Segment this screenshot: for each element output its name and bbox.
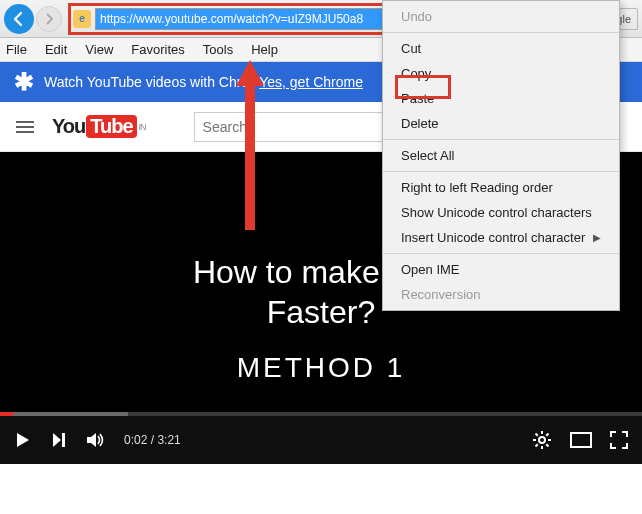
ctx-delete[interactable]: Delete	[383, 111, 619, 136]
promo-text: Watch YouTube videos with Chro	[44, 74, 249, 90]
svg-marker-0	[17, 433, 29, 447]
annotation-url-highlight: e	[68, 3, 430, 35]
menu-favorites[interactable]: Favorites	[131, 42, 184, 57]
svg-point-4	[539, 437, 545, 443]
context-menu: Undo Cut Copy Paste Delete Select All Ri…	[382, 0, 620, 311]
fullscreen-button[interactable]	[610, 431, 628, 449]
asterisk-icon: ✱	[14, 68, 34, 96]
menu-file[interactable]: File	[6, 42, 27, 57]
site-icon: e	[73, 10, 91, 28]
video-subtitle-overlay: METHOD 1	[0, 352, 642, 384]
svg-marker-1	[53, 433, 61, 447]
ctx-cut[interactable]: Cut	[383, 36, 619, 61]
search-input[interactable]	[194, 112, 394, 142]
volume-button[interactable]	[86, 431, 106, 449]
back-button[interactable]	[4, 4, 34, 34]
ctx-show-unicode[interactable]: Show Unicode control characters	[383, 200, 619, 225]
svg-marker-3	[87, 433, 96, 447]
ctx-paste[interactable]: Paste	[383, 86, 619, 111]
svg-line-12	[546, 434, 548, 436]
ctx-rtl[interactable]: Right to left Reading order	[383, 175, 619, 200]
hamburger-icon[interactable]	[16, 121, 34, 133]
svg-rect-13	[571, 433, 591, 447]
forward-button[interactable]	[36, 6, 62, 32]
theater-mode-button[interactable]	[570, 432, 592, 448]
svg-line-10	[546, 444, 548, 446]
ctx-open-ime[interactable]: Open IME	[383, 257, 619, 282]
ctx-undo: Undo	[383, 4, 619, 29]
promo-link[interactable]: Yes, get Chrome	[259, 74, 363, 90]
ctx-select-all[interactable]: Select All	[383, 143, 619, 168]
menu-help[interactable]: Help	[251, 42, 278, 57]
time-display: 0:02 / 3:21	[124, 433, 181, 447]
menu-edit[interactable]: Edit	[45, 42, 67, 57]
svg-line-9	[536, 434, 538, 436]
svg-line-11	[536, 444, 538, 446]
ctx-reconversion: Reconversion	[383, 282, 619, 307]
next-button[interactable]	[50, 431, 68, 449]
menu-view[interactable]: View	[85, 42, 113, 57]
address-bar[interactable]	[95, 8, 425, 30]
chevron-right-icon: ▶	[593, 232, 601, 243]
menu-tools[interactable]: Tools	[203, 42, 233, 57]
ctx-copy[interactable]: Copy	[383, 61, 619, 86]
settings-button[interactable]	[532, 430, 552, 450]
play-button[interactable]	[14, 431, 32, 449]
svg-rect-2	[62, 433, 65, 447]
youtube-logo[interactable]: YouTubeIN	[52, 115, 146, 138]
ctx-insert-unicode[interactable]: Insert Unicode control character▶	[383, 225, 619, 250]
